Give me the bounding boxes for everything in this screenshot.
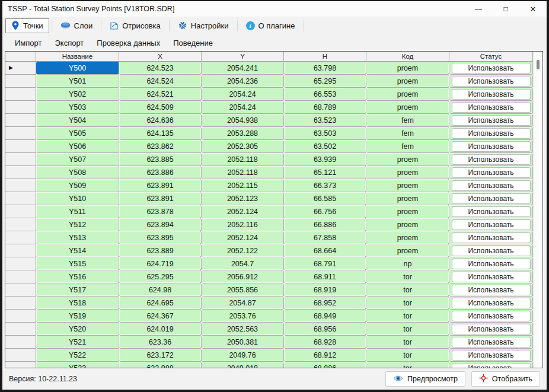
use-button[interactable]: Использовать [452, 324, 531, 334]
use-button[interactable]: Использовать [452, 63, 531, 74]
cell-x[interactable]: 623.172 [119, 349, 202, 362]
cell-y[interactable]: 2053.76 [202, 310, 284, 323]
cell-x[interactable]: 623.878 [119, 205, 202, 218]
cell-h[interactable]: 68.886 [284, 362, 366, 368]
cell-code[interactable]: fem [366, 140, 449, 153]
use-button[interactable]: Использовать [452, 311, 531, 321]
cell-code[interactable]: proem [366, 218, 449, 231]
cell-code[interactable]: tor [366, 270, 449, 283]
column-header-name[interactable]: Название [36, 52, 119, 62]
cell-x[interactable]: 623.885 [119, 153, 202, 166]
cell-name[interactable]: Y518 [36, 297, 119, 310]
cell-code[interactable]: tor [366, 323, 449, 336]
cell-x[interactable]: 623.889 [119, 244, 202, 257]
cell-h[interactable]: 66.886 [284, 218, 366, 231]
use-button[interactable]: Использовать [452, 115, 531, 126]
cell-name[interactable]: Y521 [36, 336, 119, 349]
cell-x[interactable]: 623.36 [119, 336, 202, 349]
cell-h[interactable]: 68.952 [284, 297, 366, 310]
close-button[interactable]: ✕ [519, 1, 547, 17]
minimize-button[interactable]: — [465, 1, 492, 17]
use-button[interactable]: Использовать [452, 154, 531, 165]
cell-h[interactable]: 66.585 [284, 192, 366, 205]
cell-x[interactable]: 623.895 [119, 231, 202, 244]
cell-x[interactable]: 624.523 [119, 62, 202, 75]
row-selector-cell[interactable] [5, 88, 36, 101]
cell-x[interactable]: 624.509 [119, 101, 202, 114]
cell-h[interactable]: 67.858 [284, 231, 366, 244]
cell-x[interactable]: 624.521 [119, 88, 202, 101]
cell-name[interactable]: Y522 [36, 349, 119, 362]
cell-code[interactable]: proem [366, 205, 449, 218]
cell-h[interactable]: 66.373 [284, 179, 366, 192]
cell-y[interactable]: 2052.124 [202, 205, 284, 218]
cell-h[interactable]: 65.121 [284, 166, 366, 179]
use-button[interactable]: Использовать [452, 298, 531, 308]
cell-y[interactable]: 2055.856 [202, 283, 284, 297]
row-selector-cell[interactable] [5, 297, 36, 310]
cell-h[interactable]: 68.912 [284, 349, 366, 362]
row-selector-cell[interactable] [5, 244, 36, 257]
use-button[interactable]: Использовать [452, 272, 531, 282]
use-button[interactable]: Использовать [452, 350, 531, 361]
cell-code[interactable]: tor [366, 310, 449, 323]
cell-x[interactable]: 623.891 [119, 192, 202, 205]
cell-y[interactable]: 2052.305 [202, 140, 284, 153]
cell-y[interactable]: 2052.122 [202, 244, 284, 257]
scrollbar-thumb[interactable] [537, 60, 540, 69]
use-button[interactable]: Использовать [452, 180, 531, 191]
tab-settings[interactable]: Настройки [172, 18, 235, 33]
row-selector-cell[interactable] [5, 75, 36, 88]
cell-code[interactable]: proem [366, 153, 449, 166]
cell-h[interactable]: 66.756 [284, 205, 366, 218]
cell-y[interactable]: 2052.115 [202, 179, 284, 192]
row-selector-cell[interactable] [5, 336, 36, 349]
use-button[interactable]: Использовать [452, 102, 531, 113]
cell-x[interactable]: 624.695 [119, 297, 202, 310]
use-button[interactable]: Использовать [452, 76, 531, 87]
cell-x[interactable]: 623.894 [119, 218, 202, 231]
use-button[interactable]: Использовать [452, 232, 531, 243]
cell-y[interactable]: 2056.912 [202, 270, 284, 283]
row-selector-cell[interactable] [5, 283, 36, 297]
cell-h[interactable]: 68.664 [284, 244, 366, 257]
menu-item-data-check[interactable]: Проверка данных [90, 39, 167, 47]
cell-x[interactable]: 624.98 [119, 283, 202, 297]
cell-y[interactable]: 2052.116 [202, 218, 284, 231]
cell-y[interactable]: 2054.241 [202, 62, 284, 75]
cell-code[interactable]: proem [366, 231, 449, 244]
preview-button[interactable]: Предпросмотр [385, 371, 465, 387]
cell-y[interactable]: 2053.288 [202, 127, 284, 140]
use-button[interactable]: Использовать [452, 285, 531, 295]
cell-y[interactable]: 2052.118 [202, 166, 284, 179]
use-button[interactable]: Использовать [452, 89, 531, 100]
cell-code[interactable]: proem [366, 244, 449, 257]
cell-code[interactable]: proem [366, 101, 449, 114]
row-selector-cell[interactable] [5, 310, 36, 323]
cell-x[interactable]: 625.295 [119, 270, 202, 283]
menu-item-import[interactable]: Импорт [8, 39, 48, 47]
use-button[interactable]: Использовать [452, 128, 531, 139]
menu-item-export[interactable]: Экспорт [48, 39, 90, 47]
row-selector-cell[interactable] [5, 153, 36, 166]
cell-y[interactable]: 2054.236 [202, 75, 284, 88]
cell-h[interactable]: 68.911 [284, 270, 366, 283]
cell-code[interactable]: tor [366, 349, 449, 362]
cell-name[interactable]: Y513 [36, 231, 119, 244]
cell-code[interactable]: proem [366, 75, 449, 88]
cell-x[interactable]: 623.862 [119, 140, 202, 153]
tab-layers[interactable]: Слои [55, 18, 99, 33]
row-selector-cell[interactable] [5, 270, 36, 283]
row-selector-cell[interactable]: ▶ [5, 62, 36, 75]
vertical-scrollbar[interactable] [533, 52, 542, 368]
cell-h[interactable]: 68.949 [284, 310, 366, 323]
row-selector-cell[interactable] [5, 231, 36, 244]
row-selector-cell[interactable] [5, 349, 36, 362]
cell-name[interactable]: Y510 [36, 192, 119, 205]
maximize-button[interactable]: □ [492, 1, 519, 17]
use-button[interactable]: Использовать [452, 141, 531, 152]
cell-name[interactable]: Y502 [36, 88, 119, 101]
cell-name[interactable]: Y508 [36, 166, 119, 179]
cell-h[interactable]: 63.798 [284, 62, 366, 75]
cell-code[interactable]: tor [366, 362, 449, 368]
